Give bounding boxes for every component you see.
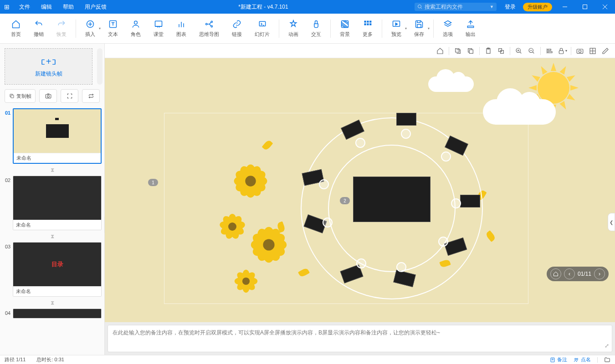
svg-rect-48 [548, 51, 552, 53]
home-view-button[interactable] [434, 45, 446, 57]
scrollbar[interactable] [97, 48, 102, 85]
class-button[interactable]: 课堂 [147, 15, 170, 42]
save-button[interactable]: 保存▾ [408, 15, 430, 42]
path-node[interactable] [441, 152, 451, 162]
text-label: 文本 [108, 31, 118, 38]
fullscreen-button[interactable] [61, 89, 78, 103]
login-button[interactable]: 登录 [500, 3, 520, 11]
insert-button[interactable]: 插入▾ [79, 15, 102, 42]
close-button[interactable] [595, 0, 615, 14]
separator [571, 47, 571, 55]
new-frame-button[interactable]: ┌┐+└┘ 新建镜头帧 [5, 48, 92, 85]
svg-point-0 [418, 5, 421, 8]
right-panel-toggle[interactable]: ❮ [608, 213, 615, 231]
preview-button[interactable]: 预览▾ [385, 15, 408, 42]
path-node[interactable] [355, 138, 365, 148]
rollcall-button[interactable]: 点名 [574, 356, 591, 363]
slide-button[interactable]: 幻灯片 [248, 15, 276, 42]
duplicate-button[interactable] [495, 45, 507, 57]
notes-toggle-button[interactable]: 备注 [550, 356, 567, 363]
slide-thumbnail-1[interactable]: 未命名 [13, 108, 102, 164]
zoom-in-button[interactable] [513, 45, 525, 57]
nav-next-button[interactable]: › [594, 268, 605, 279]
slide-thumbnail-3[interactable]: 目录 未命名 [13, 242, 102, 297]
toc-title: 目录 [51, 260, 63, 268]
minimize-button[interactable] [555, 0, 575, 14]
expand-icon[interactable]: ⤢ [605, 343, 609, 349]
svg-rect-27 [367, 23, 369, 25]
output-button[interactable]: 输出 [459, 15, 482, 42]
menu-edit[interactable]: 编辑 [36, 0, 57, 14]
animation-button[interactable]: 动画 [282, 15, 305, 42]
nav-home-button[interactable] [550, 268, 561, 279]
mindmap-button[interactable]: 思维导图 [193, 15, 226, 42]
animation-label: 动画 [288, 31, 298, 38]
more-button[interactable]: 更多 [356, 15, 379, 42]
menu-help[interactable]: 帮助 [57, 0, 79, 14]
svg-point-32 [47, 95, 49, 97]
timer-icon[interactable]: ⧗ [3, 166, 102, 176]
redo-button[interactable]: 恢复 [50, 15, 73, 42]
maximize-button[interactable] [575, 0, 595, 14]
timer-icon[interactable]: ⧗ [3, 298, 102, 308]
toolbar-separator [433, 20, 434, 38]
path-marker-2[interactable]: 2 [340, 197, 350, 204]
copy-frame-button[interactable]: 复制帧 [5, 89, 36, 103]
align-button[interactable] [543, 45, 555, 57]
slide-label: 未命名 [14, 153, 101, 163]
path-marker-1[interactable]: 1 [148, 179, 158, 186]
separator [449, 47, 449, 55]
search-box[interactable]: ▼ [415, 3, 497, 11]
lock-button[interactable]: ▾ [556, 45, 568, 57]
mini-slide[interactable] [396, 113, 416, 126]
background-button[interactable]: 背景 [333, 15, 356, 42]
output-label: 输出 [466, 31, 476, 38]
copy-button[interactable] [465, 45, 477, 57]
path-node[interactable] [323, 217, 333, 228]
grid-button[interactable] [587, 45, 599, 57]
home-button[interactable]: 首页 [5, 15, 27, 42]
status-path: 路径 1/11 [5, 356, 26, 363]
role-button[interactable]: 角色 [124, 15, 147, 42]
text-button[interactable]: 文本 [102, 15, 124, 42]
nav-prev-button[interactable]: ‹ [564, 268, 575, 279]
animation-icon [288, 19, 298, 29]
chart-button[interactable]: 图表 [170, 15, 193, 42]
menu-file[interactable]: 文件 [14, 0, 36, 14]
path-node[interactable] [438, 237, 448, 247]
path-node[interactable] [401, 129, 411, 139]
notes-input[interactable] [108, 325, 612, 352]
path-node[interactable] [319, 179, 329, 189]
upgrade-button[interactable]: 升级账户 [523, 3, 552, 11]
path-node[interactable] [451, 198, 461, 208]
link-button[interactable]: 链接 [226, 15, 248, 42]
folder-button[interactable] [604, 357, 610, 363]
center-slide[interactable] [353, 177, 430, 222]
svg-point-58 [575, 358, 576, 359]
interact-button[interactable]: 交互 [305, 15, 328, 42]
slide-thumbnail-4[interactable] [13, 308, 102, 318]
home-label: 首页 [11, 31, 21, 38]
path-node[interactable] [356, 258, 366, 268]
separator [540, 47, 541, 55]
slide-thumbnail-2[interactable]: 未命名 [13, 176, 102, 230]
path-node[interactable] [396, 262, 406, 272]
snapshot-button[interactable] [574, 45, 586, 57]
menu-feedback[interactable]: 用户反馈 [79, 0, 112, 14]
canvas[interactable]: 1 2 ‹ 01/11 › [105, 58, 615, 322]
camera-button[interactable] [39, 89, 57, 103]
search-dropdown-icon[interactable]: ▼ [490, 5, 494, 9]
paste-button[interactable] [482, 45, 494, 57]
zoom-out-button[interactable] [526, 45, 538, 57]
mini-slide[interactable] [460, 195, 480, 207]
search-input[interactable] [425, 4, 484, 10]
cut-button[interactable] [452, 45, 464, 57]
undo-button[interactable]: 撤销 [27, 15, 50, 42]
background-icon [340, 19, 350, 29]
timer-icon[interactable]: ⧗ [3, 232, 102, 242]
slide-number: 02 [3, 176, 13, 230]
edit-button[interactable] [600, 45, 611, 57]
search-icon [417, 4, 423, 10]
options-button[interactable]: 选项 [436, 15, 459, 42]
loop-button[interactable] [82, 89, 100, 103]
